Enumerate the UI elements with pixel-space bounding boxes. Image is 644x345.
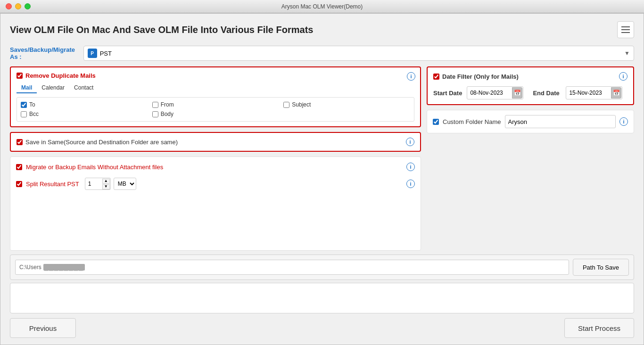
checkbox-from[interactable] — [152, 102, 158, 108]
tab-calendar[interactable]: Calendar — [37, 83, 69, 93]
selected-format: PST — [100, 50, 112, 57]
right-panel: Date Filter (Only for Mails) i Start Dat… — [427, 66, 634, 251]
save-in-same-info-icon[interactable]: i — [406, 138, 414, 146]
tab-mail[interactable]: Mail — [17, 83, 37, 93]
window-controls[interactable] — [6, 3, 31, 9]
main-window: View OLM File On Mac And Save OLM File I… — [0, 13, 644, 345]
date-filter-header: Date Filter (Only for Mails) i — [433, 72, 627, 81]
window-title: Aryson Mac OLM Viewer(Demo) — [281, 3, 363, 10]
split-pst-info-icon[interactable]: i — [406, 180, 415, 188]
split-controls: ▲ ▼ MB GB — [85, 178, 136, 190]
footer-row: Previous Start Process — [10, 316, 634, 340]
end-date-wrapper: 📅 — [566, 86, 622, 99]
remove-duplicates-label[interactable]: Remove Duplicate Mails — [25, 72, 96, 79]
start-date-wrapper: 📅 — [467, 86, 523, 99]
migrate-without-label: Migrate or Backup Emails Without Attachm… — [26, 164, 163, 171]
custom-folder-label: Custom Folder Name — [443, 118, 501, 125]
date-filter-label: Date Filter (Only for Mails) — [442, 73, 519, 80]
remove-duplicates-box: Remove Duplicate Mails i Mail Calendar C… — [10, 66, 421, 127]
check-body: Body — [152, 111, 279, 117]
menu-icon-line1 — [621, 26, 630, 27]
label-subject: Subject — [292, 101, 311, 108]
redacted-username: ████████ — [43, 264, 85, 271]
label-to: To — [29, 101, 35, 108]
end-date-label: End Date — [533, 90, 561, 97]
check-to: To — [21, 101, 148, 108]
content-area: Remove Duplicate Mails i Mail Calendar C… — [10, 66, 634, 251]
custom-folder-box: Custom Folder Name i — [427, 110, 634, 133]
migrate-without-checkbox[interactable] — [16, 164, 22, 170]
duplicate-fields-grid: To From Subject Bcc — [17, 97, 414, 122]
check-subject: Subject — [283, 101, 410, 108]
tab-contact[interactable]: Contact — [69, 83, 98, 93]
mail-tabs: Mail Calendar Contact — [17, 83, 414, 93]
date-filter-info-icon[interactable]: i — [619, 72, 627, 81]
save-in-same-label: Save in Same(Source and Destination Fold… — [25, 139, 178, 146]
window-header: View OLM File On Mac And Save OLM File I… — [10, 21, 634, 38]
close-button[interactable] — [6, 3, 12, 9]
checkbox-to[interactable] — [21, 102, 27, 108]
remove-duplicates-info-icon[interactable]: i — [407, 72, 415, 81]
save-in-same-checkbox[interactable] — [17, 139, 23, 145]
date-inputs-row: Start Date 📅 End Date 📅 — [433, 86, 627, 99]
check-bcc: Bcc — [21, 111, 148, 117]
split-pst-row: Split Resultant PST ▲ ▼ MB GB — [16, 178, 415, 190]
menu-icon-line2 — [621, 29, 630, 30]
minimize-button[interactable] — [15, 3, 21, 9]
path-to-save-button[interactable]: Path To Save — [573, 259, 629, 276]
start-date-label: Start Date — [433, 90, 462, 97]
format-select[interactable]: P PST ▼ — [83, 46, 634, 61]
page-title: View OLM File On Mac And Save OLM File I… — [10, 25, 313, 35]
bottom-empty-area — [10, 283, 634, 313]
path-row: C:\Users ████████ Path To Save — [10, 255, 634, 280]
save-in-same-box: Save in Same(Source and Destination Fold… — [10, 132, 421, 152]
date-filter-checkbox[interactable] — [433, 74, 439, 80]
chevron-down-icon: ▼ — [624, 50, 630, 57]
path-text: C:\Users — [19, 264, 41, 271]
migrate-without-row: Migrate or Backup Emails Without Attachm… — [16, 163, 415, 171]
left-panel: Remove Duplicate Mails i Mail Calendar C… — [10, 66, 421, 251]
spin-down-button[interactable]: ▼ — [102, 184, 110, 189]
menu-button[interactable] — [617, 21, 634, 38]
menu-icon-line3 — [621, 32, 630, 33]
custom-folder-info-icon[interactable]: i — [619, 117, 628, 126]
custom-folder-input[interactable] — [505, 115, 616, 128]
migrate-without-info-icon[interactable]: i — [406, 163, 415, 171]
saves-label: Saves/Backup/Migrate As : — [10, 46, 79, 60]
check-from: From — [152, 101, 279, 108]
split-pst-label: Split Resultant PST — [26, 181, 79, 188]
previous-button[interactable]: Previous — [10, 318, 76, 338]
date-filter-box: Date Filter (Only for Mails) i Start Dat… — [427, 66, 634, 105]
checkbox-body[interactable] — [152, 111, 158, 117]
options-area: Migrate or Backup Emails Without Attachm… — [10, 156, 421, 251]
remove-duplicates-header: Remove Duplicate Mails — [17, 72, 414, 79]
pst-icon: P — [88, 49, 97, 58]
split-value-wrapper: ▲ ▼ — [85, 178, 111, 190]
maximize-button[interactable] — [25, 3, 31, 9]
saves-row: Saves/Backup/Migrate As : P PST ▼ — [10, 46, 634, 61]
split-unit-select[interactable]: MB GB — [114, 178, 136, 190]
start-process-button[interactable]: Start Process — [564, 318, 634, 338]
spinner-buttons: ▲ ▼ — [102, 179, 110, 189]
path-display: C:\Users ████████ — [15, 260, 569, 275]
spin-up-button[interactable]: ▲ — [102, 179, 110, 184]
split-pst-checkbox[interactable] — [16, 181, 22, 187]
checkbox-subject[interactable] — [283, 102, 289, 108]
checkbox-bcc[interactable] — [21, 111, 27, 117]
label-from: From — [161, 101, 174, 108]
title-bar: Aryson Mac OLM Viewer(Demo) — [0, 0, 644, 13]
custom-folder-checkbox[interactable] — [433, 119, 439, 125]
start-date-calendar-icon[interactable]: 📅 — [512, 87, 522, 99]
label-bcc: Bcc — [29, 111, 39, 117]
remove-duplicates-checkbox[interactable] — [17, 73, 23, 79]
end-date-calendar-icon[interactable]: 📅 — [611, 87, 621, 99]
label-body: Body — [161, 111, 173, 117]
